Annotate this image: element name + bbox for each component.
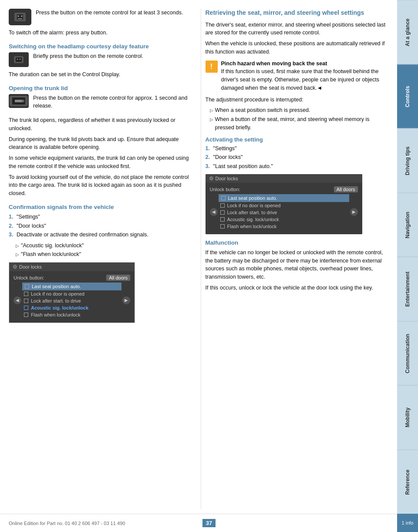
sidebar-item-entertainment[interactable]: Entertainment <box>397 257 418 321</box>
trunk-icon-box: Press the button on the remote control f… <box>9 94 192 113</box>
list-item: 1."Settings" <box>206 145 389 153</box>
confirmation-title: Confirmation signals from the vehicle <box>9 204 192 210</box>
sidebar-item-mobility[interactable]: Mobility <box>397 385 418 450</box>
list-item: 2."Door locks" <box>206 153 389 162</box>
unlock-row-2: Unlock button: All doors <box>210 185 358 194</box>
intro-text: Press the button on the remote control f… <box>36 9 183 17</box>
svg-rect-11 <box>15 100 23 102</box>
door-locks-screen-2: ⚙ Door locks Unlock button: All doors ◀ … <box>206 174 362 234</box>
sidebar-item-driving-tips[interactable]: Driving tips <box>397 128 418 193</box>
sidebar-item-controls[interactable]: Controls <box>397 64 418 129</box>
svg-point-2 <box>17 15 19 17</box>
trunk-title: Opening the trunk lid <box>9 85 192 91</box>
screen-row: Flash when lock/unlock <box>24 311 120 318</box>
list-item: 2."Door locks" <box>9 222 192 230</box>
list-item: When a button of the seat, mirror, and s… <box>210 115 389 132</box>
trunk-p2: During opening, the trunk lid pivots bac… <box>9 135 192 152</box>
bottom-bar: Online Edition for Part no. 01 40 2 606 … <box>0 514 418 532</box>
warning-icon: ! <box>206 61 218 73</box>
list-item: 3."Last seat position auto." <box>206 162 389 171</box>
malfunction-p1: If the vehicle can no longer be locked o… <box>206 249 389 281</box>
trunk-p3: In some vehicle equipment variants, the … <box>9 154 192 171</box>
headlamp-remote-icon <box>9 52 29 67</box>
screen2-header: ⚙ Door locks <box>206 174 362 183</box>
adjustment-bullets: When a seat position switch is pressed. … <box>210 106 389 131</box>
unlock-row: Unlock button: All doors <box>13 274 130 283</box>
screen2-nav: ◀ Last seat position auto. Lock if no do… <box>210 194 358 230</box>
list-item: "Acoustic sig. lock/unlock" <box>16 242 192 250</box>
right-p1: The driver's seat, exterior mirror, and … <box>206 21 389 37</box>
warning-text: Pinch hazard when moving back the seat I… <box>221 60 389 92</box>
right-p2: When the vehicle is unlocked, these posi… <box>206 40 389 56</box>
footer-text: Online Edition for Part no. 01 40 2 606 … <box>9 521 125 526</box>
screen2-body: Unlock button: All doors ◀ Last seat pos… <box>206 183 362 234</box>
confirmation-bullets: "Acoustic sig. lock/unlock" "Flash when … <box>16 242 192 259</box>
warning-box: ! Pinch hazard when moving back the seat… <box>206 60 389 92</box>
trunk-p1: The trunk lid opens, regardless of wheth… <box>9 116 192 133</box>
screen-row: Lock after start. to drive <box>220 209 347 216</box>
screen-row: Flash when lock/unlock <box>220 223 347 230</box>
screen-row-selected: Acoustic sig. lock/unlock <box>24 304 120 311</box>
activating-list: 1."Settings" 2."Door locks" 3."Last seat… <box>206 145 389 171</box>
screen-row: Lock if no door is opened <box>24 290 120 297</box>
screen-row: Lock after start. to drive <box>24 297 120 304</box>
svg-rect-4 <box>18 18 22 19</box>
headlamp-icon-box: Briefly press the button on the remote c… <box>9 52 192 67</box>
list-item: "Flash when lock/unlock" <box>16 250 192 259</box>
malfunction-title: Malfunction <box>206 239 389 246</box>
headlamp-duration: The duration can be set in the Control D… <box>9 71 192 79</box>
door-locks-screen-1: ⚙ Door locks Unlock button: All doors ◀ … <box>9 262 135 323</box>
left-column: Press the button on the remote control f… <box>9 9 192 509</box>
list-item: 3.Deactivate or activate the desired con… <box>9 231 192 239</box>
screen-row-highlighted: Last seat position auto. <box>22 283 121 290</box>
screen-row-highlighted: Last seat position auto. <box>219 194 349 202</box>
sidebar-item-navigation[interactable]: Navigation <box>397 193 418 257</box>
adjustment-text: The adjustment procedure is interrupted: <box>206 96 389 104</box>
activating-title: Activating the setting <box>206 136 389 143</box>
screen1-nav: ◀ Last seat position auto. Lock if no do… <box>13 283 130 318</box>
svg-point-7 <box>17 58 18 60</box>
list-item: When a seat position switch is pressed. <box>210 106 389 114</box>
sidebar-item-reference[interactable]: Reference <box>397 450 418 514</box>
svg-point-3 <box>21 15 23 17</box>
trunk-remote-icon <box>9 94 29 108</box>
intro-icon-box: Press the button on the remote control f… <box>9 9 192 25</box>
remote-control-icon <box>9 9 31 25</box>
sidebar-item-at-a-glance[interactable]: At a glance <box>397 0 418 64</box>
switch-off-text: To switch off the alarm: press any butto… <box>9 29 192 37</box>
svg-point-12 <box>22 100 24 102</box>
sidebar: At a glance Controls Driving tips Naviga… <box>397 0 418 514</box>
confirmation-list: 1."Settings" 2."Door locks" 3.Deactivate… <box>9 213 192 239</box>
trunk-p4: To avoid locking yourself out of the veh… <box>9 173 192 198</box>
svg-rect-6 <box>16 57 22 62</box>
list-item: 1."Settings" <box>9 213 192 221</box>
main-content: Press the button on the remote control f… <box>0 0 397 514</box>
screen-row: Lock if no door is opened <box>220 202 347 209</box>
svg-point-8 <box>20 58 21 60</box>
screen1-header: ⚙ Door locks <box>9 263 135 271</box>
screen-row: Acoustic sig. lock/unlock <box>220 216 347 223</box>
malfunction-p2: If this occurs, unlock or lock the vehic… <box>206 284 389 292</box>
screen1-body: Unlock button: All doors ◀ Last seat pos… <box>9 271 135 323</box>
headlamp-title: Switching on the headlamp courtesy delay… <box>9 43 192 50</box>
sidebar-item-communication[interactable]: Communication <box>397 321 418 386</box>
right-column: Retrieving the seat, mirror, and steerin… <box>201 9 389 509</box>
trunk-text: Press the button on the remote control f… <box>33 94 192 111</box>
headlamp-text: Briefly press the button on the remote c… <box>33 52 143 61</box>
right-title: Retrieving the seat, mirror, and steerin… <box>206 9 389 17</box>
page-number: 37 <box>202 519 216 527</box>
info-badge: 1 info <box>397 514 418 532</box>
